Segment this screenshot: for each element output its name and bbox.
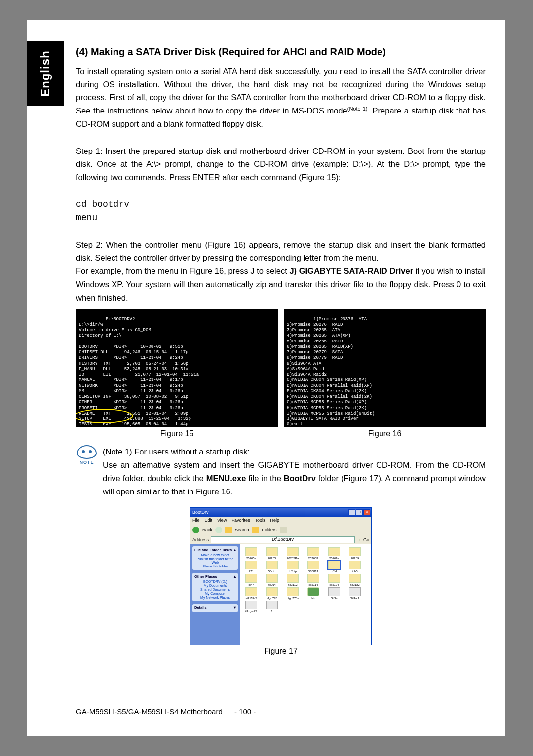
place-network[interactable]: My Network Places bbox=[194, 596, 236, 599]
folder-item[interactable]: 20265a bbox=[242, 547, 261, 560]
folder-item[interactable]: 20269 bbox=[345, 547, 364, 560]
folder-item[interactable]: ICH bbox=[325, 561, 343, 573]
folder-icon bbox=[307, 574, 319, 583]
folder-icon bbox=[266, 574, 278, 583]
folder-icon bbox=[245, 561, 257, 569]
back-label: Back bbox=[202, 528, 212, 532]
step2-bold-driver: J) GIGABYTE SATA-RAID Driver bbox=[289, 266, 413, 275]
folder-label: ich7 bbox=[242, 583, 261, 586]
address-label: Address bbox=[192, 537, 209, 542]
place-shared[interactable]: Shared Documents bbox=[194, 588, 236, 591]
folder-item[interactable]: Hu bbox=[304, 587, 323, 600]
place-mydocs[interactable]: My Documents bbox=[194, 584, 236, 587]
forward-button[interactable] bbox=[215, 527, 222, 533]
folder-label: nfgo776s bbox=[283, 597, 302, 600]
task-share[interactable]: Share this folder bbox=[194, 565, 236, 568]
window-titlebar: BootDrv _ □ × bbox=[190, 508, 371, 517]
folder-label: IrChip bbox=[283, 570, 302, 573]
folder-label: 1 bbox=[263, 610, 281, 613]
folder-item[interactable]: sii3132 bbox=[345, 574, 364, 586]
address-field[interactable]: D:\BootDrv bbox=[211, 536, 355, 543]
folder-item[interactable]: 771 bbox=[242, 561, 261, 573]
intro-paragraph: To install operating system onto a seria… bbox=[76, 65, 486, 131]
fig16-text: 1)Promise 20376 ATA 2)Promise 20276 RAID… bbox=[287, 317, 375, 427]
menu-help[interactable]: Help bbox=[270, 518, 279, 524]
folder-item[interactable]: si3132r5 bbox=[242, 587, 261, 600]
note-bold-bootdrv: BootDrv bbox=[284, 474, 316, 483]
tasks-header: File and Folder Tasks bbox=[194, 548, 232, 552]
folder-icon bbox=[307, 547, 319, 556]
places-pane: Other Places▴ BOOTDRV (D:) My Documents … bbox=[192, 573, 238, 601]
folder-icon bbox=[266, 601, 278, 609]
close-button[interactable]: × bbox=[363, 509, 370, 515]
folder-label: ich5 bbox=[345, 570, 364, 573]
figure-16-screenshot: 1)Promise 20376 ATA 2)Promise 20276 RAID… bbox=[284, 309, 486, 427]
menu-view[interactable]: View bbox=[217, 518, 227, 524]
task-publish[interactable]: Publish this folder to the Web bbox=[194, 557, 236, 564]
folder-item[interactable]: nfgo776 bbox=[263, 587, 281, 600]
folder-icon bbox=[245, 547, 257, 556]
figure-16-caption: Figure 16 bbox=[284, 429, 486, 438]
folder-label: sii3112 bbox=[283, 583, 302, 586]
folder-label: Hu bbox=[304, 597, 323, 600]
folder-label: 771 bbox=[242, 570, 261, 573]
places-header: Other Places bbox=[194, 574, 217, 579]
go-button[interactable]: Go bbox=[363, 537, 369, 542]
window-sidebar: File and Folder Tasks▴ Make a new folder… bbox=[190, 544, 240, 645]
folder-item[interactable]: 20265P bbox=[304, 547, 323, 560]
place-drive[interactable]: BOOTDRV (D:) bbox=[194, 580, 236, 583]
folder-label: 580831 bbox=[304, 570, 323, 573]
folder-item[interactable]: sii364 bbox=[263, 574, 281, 586]
note-block: NOTE (Note 1) For users without a startu… bbox=[76, 445, 486, 498]
note-eyes-icon bbox=[77, 445, 97, 459]
folder-label: 20265P bbox=[304, 557, 323, 560]
intro-note-ref: (Note 1) bbox=[347, 106, 368, 112]
folder-item[interactable]: sii3124 bbox=[325, 574, 343, 586]
folder-icon bbox=[328, 561, 340, 569]
views-icon[interactable] bbox=[280, 527, 287, 533]
folder-item[interactable]: 20265Pa bbox=[283, 547, 302, 560]
address-bar: Address D:\BootDrv → Go bbox=[190, 535, 371, 544]
folder-item[interactable]: ich7 bbox=[242, 574, 261, 586]
note-body-c: file in the bbox=[246, 474, 283, 483]
folder-item[interactable]: nfgo776s bbox=[283, 587, 302, 600]
folder-item[interactable]: 20265 bbox=[263, 547, 281, 560]
menu-tools[interactable]: Tools bbox=[255, 518, 265, 524]
folder-item[interactable]: 20269a bbox=[325, 547, 343, 560]
menu-favorites[interactable]: Favorites bbox=[231, 518, 250, 524]
folders-button[interactable]: Folders bbox=[262, 528, 277, 532]
folder-item[interactable]: sii3112 bbox=[283, 574, 302, 586]
folder-item[interactable]: 580831 bbox=[304, 561, 323, 573]
back-button[interactable] bbox=[192, 527, 199, 533]
folder-label: il3xgw7S bbox=[242, 610, 261, 613]
folder-item[interactable]: Sil3a.1 bbox=[345, 587, 364, 600]
folder-item[interactable]: Sil3a bbox=[325, 587, 343, 600]
task-new-folder[interactable]: Make a new folder bbox=[194, 553, 236, 557]
folder-item[interactable]: 58ctrl bbox=[263, 561, 281, 573]
maximize-button[interactable]: □ bbox=[356, 509, 363, 515]
figure-15-screenshot: E:\BOOTDRV2 E:\>dir/w Volume in drive E … bbox=[76, 309, 278, 427]
folder-item[interactable]: IrChip bbox=[283, 561, 302, 573]
command-block: cd bootdrv menu bbox=[76, 198, 486, 225]
folder-item[interactable]: ich5 bbox=[345, 561, 364, 573]
folder-item[interactable]: sii3114 bbox=[304, 574, 323, 586]
folders-icon[interactable] bbox=[252, 527, 259, 533]
note-label: NOTE bbox=[76, 460, 98, 465]
folder-icon bbox=[328, 547, 340, 556]
note-line1: (Note 1) For users without a startup dis… bbox=[103, 447, 250, 456]
menu-edit[interactable]: Edit bbox=[205, 518, 213, 524]
window-body: File and Folder Tasks▴ Make a new folder… bbox=[190, 544, 371, 645]
folder-item[interactable]: il3xgw7S bbox=[242, 601, 261, 613]
folder-item[interactable]: 1 bbox=[263, 601, 281, 613]
details-header: Details bbox=[194, 605, 207, 610]
up-icon[interactable] bbox=[225, 527, 232, 533]
window-main: 20265a2026520265Pa20265P20269a2026977158… bbox=[240, 544, 371, 645]
folder-label: sii3124 bbox=[325, 583, 343, 586]
search-button[interactable]: Search bbox=[235, 528, 249, 532]
step2-paragraph: Step 2: When the controller menu (Figure… bbox=[76, 238, 486, 304]
menu-file[interactable]: File bbox=[192, 518, 200, 524]
section-heading: (4) Making a SATA Driver Disk (Required … bbox=[76, 46, 486, 58]
folder-icon bbox=[266, 547, 278, 556]
minimize-button[interactable]: _ bbox=[348, 509, 355, 515]
place-mycomp[interactable]: My Computer bbox=[194, 592, 236, 595]
